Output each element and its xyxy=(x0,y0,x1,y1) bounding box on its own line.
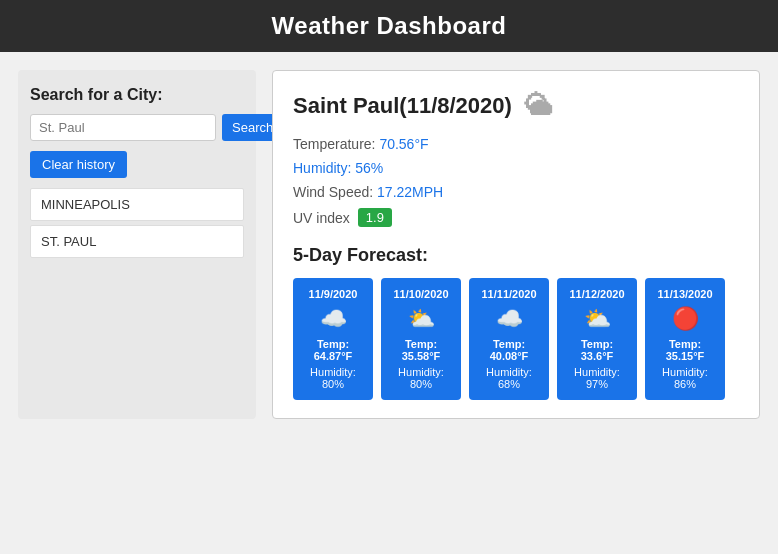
search-input[interactable] xyxy=(30,114,216,141)
forecast-icon-5: 🔴 xyxy=(653,308,717,330)
forecast-cards: 11/9/2020 ☁️ Temp: 64.87°F Humidity: 80%… xyxy=(293,278,739,400)
uv-row: UV index 1.9 xyxy=(293,208,739,227)
uv-badge: 1.9 xyxy=(358,208,392,227)
city-name: Saint Paul(11/8/2020) xyxy=(293,93,512,119)
uv-label: UV index xyxy=(293,210,350,226)
forecast-card-3: 11/11/2020 ☁️ Temp: 40.08°F Humidity: 68… xyxy=(469,278,549,400)
forecast-icon-3: ☁️ xyxy=(477,308,541,330)
temperature-detail: Temperature: 70.56°F xyxy=(293,136,739,152)
weather-panel: Saint Paul(11/8/2020) 🌥 Temperature: 70.… xyxy=(272,70,760,419)
forecast-date-3: 11/11/2020 xyxy=(477,288,541,300)
forecast-humidity-3: Humidity: 68% xyxy=(477,366,541,390)
forecast-temp-1: Temp: 64.87°F xyxy=(301,338,365,362)
main-content: Search for a City: Search Clear history … xyxy=(0,52,778,437)
forecast-humidity-5: Humidity: 86% xyxy=(653,366,717,390)
forecast-humidity-4: Humidity: 97% xyxy=(565,366,629,390)
forecast-date-5: 11/13/2020 xyxy=(653,288,717,300)
forecast-card-1: 11/9/2020 ☁️ Temp: 64.87°F Humidity: 80% xyxy=(293,278,373,400)
forecast-card-5: 11/13/2020 🔴 Temp: 35.15°F Humidity: 86% xyxy=(645,278,725,400)
forecast-temp-4: Temp: 33.6°F xyxy=(565,338,629,362)
history-item[interactable]: MINNEAPOLIS xyxy=(30,188,244,221)
search-label: Search for a City: xyxy=(30,86,244,104)
clear-history-button[interactable]: Clear history xyxy=(30,151,127,178)
search-row: Search xyxy=(30,114,244,141)
forecast-icon-2: ⛅ xyxy=(389,308,453,330)
forecast-title: 5-Day Forecast: xyxy=(293,245,739,266)
history-list: MINNEAPOLIS ST. PAUL xyxy=(30,188,244,258)
wind-speed-detail: Wind Speed: 17.22MPH xyxy=(293,184,739,200)
forecast-temp-2: Temp: 35.58°F xyxy=(389,338,453,362)
cloud-icon: 🌥 xyxy=(524,89,552,122)
forecast-icon-1: ☁️ xyxy=(301,308,365,330)
forecast-date-4: 11/12/2020 xyxy=(565,288,629,300)
forecast-icon-4: ⛅ xyxy=(565,308,629,330)
forecast-temp-5: Temp: 35.15°F xyxy=(653,338,717,362)
page-title: Weather Dashboard xyxy=(272,12,507,39)
forecast-card-2: 11/10/2020 ⛅ Temp: 35.58°F Humidity: 80% xyxy=(381,278,461,400)
humidity-detail: Humidity: 56% xyxy=(293,160,739,176)
city-title: Saint Paul(11/8/2020) 🌥 xyxy=(293,89,739,122)
history-item[interactable]: ST. PAUL xyxy=(30,225,244,258)
forecast-temp-3: Temp: 40.08°F xyxy=(477,338,541,362)
forecast-date-1: 11/9/2020 xyxy=(301,288,365,300)
forecast-card-4: 11/12/2020 ⛅ Temp: 33.6°F Humidity: 97% xyxy=(557,278,637,400)
forecast-date-2: 11/10/2020 xyxy=(389,288,453,300)
forecast-humidity-1: Humidity: 80% xyxy=(301,366,365,390)
city-date: (11/8/2020) xyxy=(399,93,512,118)
sidebar: Search for a City: Search Clear history … xyxy=(18,70,256,419)
forecast-humidity-2: Humidity: 80% xyxy=(389,366,453,390)
page-header: Weather Dashboard xyxy=(0,0,778,52)
